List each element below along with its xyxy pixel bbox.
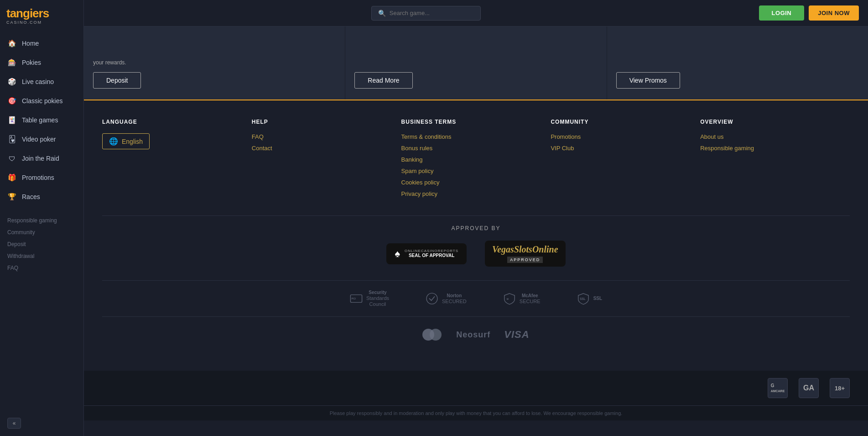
gamcare-badge: GAMCARE [768,378,788,398]
footer-help-contact[interactable]: Contact [252,145,401,152]
promo-card-button-2[interactable]: View Promos [616,72,680,89]
sidebar-bottom-community[interactable]: Community [7,229,76,236]
footer-help-faq[interactable]: FAQ [252,133,401,140]
sidebar-bottom-links: Responsible gamingCommunityDepositWithdr… [0,217,83,271]
footer-section: LANGUAGE 🌐 English HELP FAQContact BUSIN… [84,100,868,371]
pci-text: SecurityStandardsCouncil [366,290,389,307]
footer-overview-title: OVERVIEW [700,119,850,125]
svg-text:PCI: PCI [351,297,356,300]
sidebar-item-pokies[interactable]: 🎰 Pokies [0,53,83,72]
vegas-sub: APPROVED [507,257,543,263]
sidebar-item-races[interactable]: 🏆 Races [0,187,83,206]
footer-overview-responsible-gaming[interactable]: Responsible gaming [700,145,850,152]
footer-overview-about-us[interactable]: About us [700,133,850,140]
sidebar-item-classic-pokies[interactable]: 🎯 Classic pokies [0,91,83,110]
vegas-text: VegasSlotsOnline [492,244,558,255]
footer-biz-terms[interactable]: Terms & conditions [401,133,551,140]
ga-icon: GA [803,384,814,392]
vegas-slots-badge: VegasSlotsOnline APPROVED [485,241,565,267]
promotions-icon: 🎁 [7,173,16,182]
footer-biz-banking[interactable]: Banking [401,156,551,163]
badge-main-1: SEAL OF APPROVAL [405,253,458,258]
sidebar-item-label-classic-pokies: Classic pokies [22,97,62,105]
footer-compliance: GAMCARE GA 18+ [84,371,868,405]
promo-card-button-1[interactable]: Read More [354,72,412,89]
main-content: 🔍 LOGIN JOIN NOW your rewards. Deposit R… [84,0,868,436]
promo-card-text-0: your rewards. [93,59,126,66]
table-games-icon: 🃏 [7,116,16,125]
promo-card-0: your rewards. Deposit [84,26,345,100]
sidebar-collapse-button[interactable]: « [7,418,21,429]
login-button[interactable]: LOGIN [759,5,805,21]
footer-biz-spam[interactable]: Spam policy [401,168,551,174]
pci-security: PCI SecurityStandardsCouncil [350,290,389,307]
svg-text:SSL: SSL [580,297,585,300]
footer-community-links: PromotionsVIP Club [551,133,700,152]
search-box[interactable]: 🔍 [371,6,481,21]
sidebar-bottom-faq[interactable]: FAQ [7,265,76,271]
pokies-icon: 🎰 [7,58,16,67]
sidebar-bottom-withdrawal[interactable]: Withdrawal [7,253,76,259]
visa-logo: VISA [504,329,529,341]
norton-security: NortonSECURED [426,292,467,305]
search-icon: 🔍 [378,10,386,17]
classic-pokies-icon: 🎯 [7,96,16,105]
sidebar: tangiers CASINO.COM 🏠 Home 🎰 Pokies 🎲 Li… [0,0,84,436]
sidebar-item-promotions[interactable]: 🎁 Promotions [0,168,83,187]
sidebar-item-video-poker[interactable]: 🂱 Video poker [0,130,83,149]
gamcare-icon: GAMCARE [771,383,785,393]
footer-biz-cookies[interactable]: Cookies policy [401,179,551,186]
gamblers-anonymous-badge: GA [799,378,819,398]
promo-card-1: Read More [345,26,607,100]
live-casino-icon: 🎲 [7,77,16,86]
online-casino-reports-badge: ♠ ONLINECASINOREPORTS SEAL OF APPROVAL [386,243,467,264]
spade-icon: ♠ [395,248,400,260]
sidebar-item-table-games[interactable]: 🃏 Table games [0,110,83,130]
footer-help-links: FAQContact [252,133,401,152]
header-buttons: LOGIN JOIN NOW [759,5,859,21]
search-input[interactable] [390,10,474,16]
approved-section: APPROVED BY ♠ ONLINECASINOREPORTS SEAL O… [102,215,850,362]
footer-community-title: COMMUNITY [551,119,700,125]
sidebar-item-label-races: Races [22,193,40,200]
footer-col-business-terms: BUSINESS TERMS Terms & conditionsBonus r… [401,119,551,202]
footer-biz-privacy[interactable]: Privacy policy [401,190,551,197]
age-restriction-badge: 18+ [830,378,850,398]
races-icon: 🏆 [7,192,16,201]
join-raid-icon: 🛡 [7,154,16,163]
footer-help-title: HELP [252,119,401,125]
footer-comm-vip-club[interactable]: VIP Club [551,145,700,152]
age-icon: 18+ [835,385,845,392]
sidebar-bottom-deposit[interactable]: Deposit [7,241,76,247]
footer-biz-bonus-rules[interactable]: Bonus rules [401,145,551,152]
footer-business-links: Terms & conditionsBonus rulesBankingSpam… [401,133,551,197]
approved-logos: ♠ ONLINECASINOREPORTS SEAL OF APPROVAL V… [102,241,850,267]
approved-title: APPROVED BY [102,225,850,231]
globe-icon: 🌐 [109,137,118,146]
footer-comm-promotions[interactable]: Promotions [551,133,700,140]
svg-text:M: M [507,298,509,300]
sidebar-item-live-casino[interactable]: 🎲 Live casino [0,72,83,91]
sidebar-item-label-table-games: Table games [22,116,58,124]
norton-text: NortonSECURED [442,293,467,305]
sidebar-bottom-responsible-gaming[interactable]: Responsible gaming [7,217,76,224]
video-poker-icon: 🂱 [7,135,16,144]
join-button[interactable]: JOIN NOW [809,5,859,21]
sidebar-item-label-pokies: Pokies [22,59,41,66]
footer-col-community: COMMUNITY PromotionsVIP Club [551,119,700,202]
sidebar-item-join-raid[interactable]: 🛡 Join the Raid [0,149,83,168]
security-logos: PCI SecurityStandardsCouncil NortonSECUR… [102,280,850,317]
logo: tangiers [6,7,77,19]
badge-sub-1: ONLINECASINOREPORTS [405,249,458,253]
payment-logos: Neosurf VISA [102,317,850,352]
footer-overview-links: About usResponsible gaming [700,133,850,152]
header: 🔍 LOGIN JOIN NOW [84,0,868,26]
sidebar-item-label-live-casino: Live casino [22,78,54,85]
disclaimer: Please play responsibly and in moderatio… [84,405,868,420]
promo-card-button-0[interactable]: Deposit [93,72,141,89]
language-button[interactable]: 🌐 English [102,133,150,149]
sidebar-item-label-video-poker: Video poker [22,136,56,143]
sidebar-item-home[interactable]: 🏠 Home [0,34,83,53]
home-icon: 🏠 [7,39,16,48]
mcafee-text: McAfeeSECURE [520,293,541,305]
